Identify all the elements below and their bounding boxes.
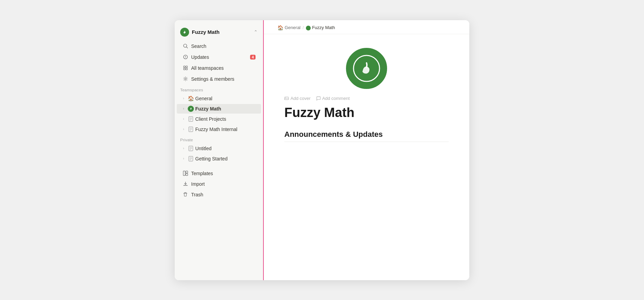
page-body: Add cover Add comment Fuzzy Math Announc…	[264, 34, 469, 280]
general-label: General	[195, 96, 212, 101]
untitled-label: Untitled	[195, 146, 211, 151]
add-comment-button[interactable]: Add comment	[316, 96, 350, 101]
svg-rect-8	[183, 68, 185, 70]
main-content: 🏠 General / Fuzzy Math	[264, 20, 469, 280]
svg-point-5	[185, 57, 186, 58]
sidebar-item-client-projects[interactable]: › Client Projects	[177, 114, 261, 124]
sidebar-item-fuzzy-math-internal[interactable]: › Fuzzy Math Internal	[177, 125, 261, 134]
fuzzy-math-icon	[188, 106, 194, 112]
page-section-title: Announcements & Updates	[284, 130, 383, 139]
sidebar: Fuzzy Math ⌃ Search Updates 4 All teamsp…	[175, 20, 264, 280]
teamspaces-section-label: Teamspaces	[175, 84, 263, 93]
add-cover-label: Add cover	[290, 96, 311, 101]
workspace-chevron-icon: ⌃	[254, 29, 258, 35]
search-icon	[182, 43, 188, 49]
svg-rect-29	[186, 173, 188, 175]
search-label: Search	[191, 43, 206, 49]
svg-rect-27	[183, 171, 185, 175]
sidebar-item-untitled[interactable]: › Untitled	[177, 144, 261, 153]
workspace-header[interactable]: Fuzzy Math ⌃	[175, 26, 263, 41]
import-label: Import	[191, 181, 205, 187]
svg-rect-7	[186, 66, 187, 68]
breadcrumb-current-text: Fuzzy Math	[312, 25, 335, 30]
trash-icon	[182, 192, 188, 198]
breadcrumb-separator: /	[302, 25, 304, 30]
chevron-fuzzy-math-icon: ›	[181, 106, 186, 112]
workspace-icon	[180, 28, 189, 37]
templates-icon	[182, 170, 188, 177]
sidebar-item-getting-started[interactable]: › Getting Started	[177, 154, 261, 164]
workspace-name: Fuzzy Math	[192, 29, 251, 35]
add-cover-button[interactable]: Add cover	[284, 96, 311, 101]
sidebar-item-trash[interactable]: Trash	[177, 190, 261, 200]
breadcrumb-current-icon	[306, 25, 311, 30]
sidebar-item-settings[interactable]: Settings & members	[177, 74, 261, 84]
sidebar-item-general[interactable]: › 🏠 General	[177, 94, 261, 103]
svg-point-10	[185, 78, 186, 80]
sidebar-item-updates[interactable]: Updates 4	[177, 52, 261, 62]
trash-label: Trash	[191, 192, 203, 197]
updates-badge: 4	[250, 55, 256, 60]
chevron-general-icon: ›	[181, 96, 186, 101]
fuzzy-math-internal-icon	[188, 126, 194, 132]
add-comment-label: Add comment	[322, 96, 350, 101]
breadcrumb-general[interactable]: 🏠 General	[277, 25, 300, 30]
getting-started-label: Getting Started	[195, 156, 227, 161]
chevron-untitled-icon: ›	[181, 146, 186, 151]
fuzzy-math-internal-label: Fuzzy Math Internal	[195, 127, 237, 132]
client-projects-label: Client Projects	[195, 116, 226, 122]
breadcrumb-general-icon: 🏠	[277, 25, 283, 30]
svg-rect-9	[186, 68, 187, 70]
breadcrumb-current[interactable]: Fuzzy Math	[306, 25, 335, 30]
sidebar-item-search[interactable]: Search	[177, 41, 261, 51]
chevron-getting-started-icon: ›	[181, 156, 186, 161]
svg-rect-28	[186, 171, 188, 173]
svg-rect-6	[183, 66, 185, 68]
app-container: Fuzzy Math ⌃ Search Updates 4 All teamsp…	[175, 20, 469, 280]
page-title: Fuzzy Math	[284, 105, 355, 121]
settings-icon	[182, 76, 188, 82]
chevron-fuzzy-math-internal-icon: ›	[181, 127, 186, 132]
sidebar-item-fuzzy-math[interactable]: › Fuzzy Math	[177, 104, 261, 114]
untitled-icon	[188, 145, 194, 152]
templates-label: Templates	[191, 171, 213, 176]
sidebar-item-templates[interactable]: Templates	[177, 168, 261, 179]
sidebar-item-import[interactable]: Import	[177, 179, 261, 189]
breadcrumb-general-text: General	[285, 25, 300, 30]
page-logo	[346, 48, 387, 89]
svg-rect-32	[184, 193, 186, 193]
updates-label: Updates	[191, 54, 209, 60]
svg-line-2	[186, 47, 187, 48]
fuzzy-math-label: Fuzzy Math	[195, 106, 221, 112]
page-divider	[284, 142, 449, 142]
svg-rect-35	[285, 97, 288, 100]
all-teamspaces-icon	[182, 65, 188, 71]
settings-label: Settings & members	[191, 76, 234, 82]
sidebar-item-all-teamspaces[interactable]: All teamspaces	[177, 63, 261, 73]
general-icon: 🏠	[188, 95, 194, 102]
private-section-label: Private	[175, 134, 263, 143]
breadcrumb: 🏠 General / Fuzzy Math	[264, 20, 469, 34]
chevron-client-projects-icon: ›	[181, 116, 186, 122]
client-projects-icon	[188, 116, 194, 122]
getting-started-icon	[188, 156, 194, 162]
sidebar-bottom: Templates Import Trash	[175, 168, 263, 200]
svg-point-36	[285, 97, 286, 98]
all-teamspaces-label: All teamspaces	[191, 65, 224, 71]
page-logo-area	[284, 48, 449, 89]
page-actions: Add cover Add comment	[284, 96, 350, 101]
import-icon	[182, 181, 188, 187]
updates-icon	[182, 54, 188, 60]
